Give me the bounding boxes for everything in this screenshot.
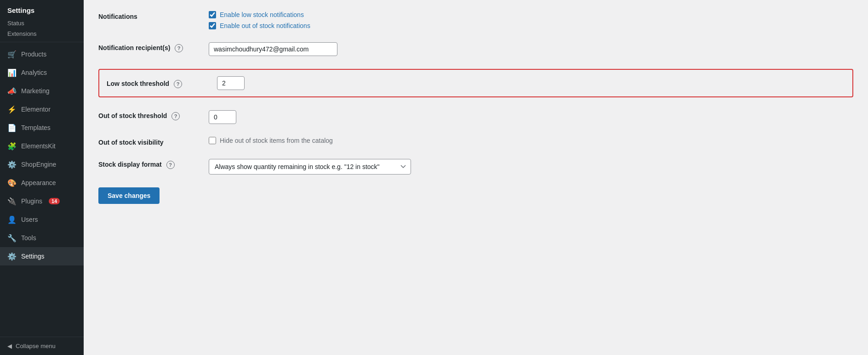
sidebar-item-templates[interactable]: 📄 Templates <box>0 118 84 137</box>
sidebar-item-elementskit[interactable]: 🧩 ElementsKit <box>0 137 84 155</box>
out-of-stock-threshold-row: Out of stock threshold ? <box>98 110 853 124</box>
plugins-icon: 🔌 <box>7 197 17 206</box>
low-stock-threshold-help-icon[interactable]: ? <box>174 80 182 88</box>
marketing-icon: 📣 <box>7 86 17 96</box>
elementor-icon: ⚡ <box>7 105 17 114</box>
low-stock-threshold-input[interactable] <box>217 76 245 90</box>
hide-out-of-stock-label: Hide out of stock items from the catalog <box>220 137 333 144</box>
sidebar-item-shopengine[interactable]: ⚙️ ShopEngine <box>0 155 84 174</box>
sidebar-item-analytics[interactable]: 📊 Analytics <box>0 63 84 82</box>
sidebar-item-settings[interactable]: ⚙️ Settings <box>0 247 84 265</box>
shopengine-icon: ⚙️ <box>7 160 17 169</box>
notification-recipient-help-icon[interactable]: ? <box>175 44 183 52</box>
collapse-icon: ◀ <box>7 343 12 349</box>
notification-recipient-input[interactable] <box>209 42 337 56</box>
sidebar-extensions[interactable]: Extensions <box>0 28 84 39</box>
elementskit-icon: 🧩 <box>7 141 17 151</box>
enable-low-stock-checkbox[interactable] <box>209 11 216 18</box>
out-of-stock-threshold-label: Out of stock threshold ? <box>98 110 209 120</box>
notifications-row: Notifications Enable low stock notificat… <box>98 11 853 29</box>
stock-display-format-help-icon[interactable]: ? <box>166 161 175 169</box>
low-stock-threshold-label: Low stock threshold ? <box>107 78 217 88</box>
sidebar-item-users[interactable]: 👤 Users <box>0 210 84 229</box>
appearance-icon: 🎨 <box>7 178 17 187</box>
notification-recipient-label: Notification recipient(s) ? <box>98 42 209 52</box>
notification-recipient-row: Notification recipient(s) ? <box>98 42 853 56</box>
products-icon: 🛒 <box>7 50 17 59</box>
sidebar: Settings Status Extensions 🛒 Products 📊 … <box>0 0 84 355</box>
plugins-badge: 14 <box>49 198 60 204</box>
notifications-label: Notifications <box>98 11 209 20</box>
sidebar-status[interactable]: Status <box>0 18 84 28</box>
users-icon: 👤 <box>7 215 17 224</box>
stock-display-format-label: Stock display format ? <box>98 159 209 169</box>
main-content: Notifications Enable low stock notificat… <box>84 0 868 355</box>
sidebar-item-tools[interactable]: 🔧 Tools <box>0 229 84 247</box>
sidebar-item-elementor[interactable]: ⚡ Elementor <box>0 100 84 118</box>
sidebar-item-products[interactable]: 🛒 Products <box>0 45 84 63</box>
stock-display-format-select[interactable]: Always show quantity remaining in stock … <box>209 159 411 175</box>
stock-display-format-row: Stock display format ? Always show quant… <box>98 159 853 175</box>
out-of-stock-visibility-label: Out of stock visibility <box>98 137 209 146</box>
out-of-stock-threshold-controls <box>209 110 236 124</box>
collapse-menu-button[interactable]: ◀ Collapse menu <box>0 337 84 355</box>
sidebar-title: Settings <box>0 0 84 18</box>
notification-recipient-controls <box>209 42 337 56</box>
out-of-stock-visibility-row: Out of stock visibility Hide out of stoc… <box>98 137 853 146</box>
enable-low-stock-label: Enable low stock notifications <box>220 11 304 18</box>
sidebar-item-marketing[interactable]: 📣 Marketing <box>0 82 84 100</box>
out-of-stock-visibility-controls: Hide out of stock items from the catalog <box>209 137 333 144</box>
templates-icon: 📄 <box>7 123 17 132</box>
enable-out-of-stock-checkbox[interactable] <box>209 22 216 29</box>
save-section: Save changes <box>98 187 853 204</box>
analytics-icon: 📊 <box>7 68 17 77</box>
enable-low-stock-checkbox-label[interactable]: Enable low stock notifications <box>209 11 310 18</box>
low-stock-threshold-row: Low stock threshold ? <box>98 69 853 97</box>
enable-out-of-stock-checkbox-label[interactable]: Enable out of stock notifications <box>209 22 310 29</box>
settings-icon: ⚙️ <box>7 252 17 261</box>
notifications-controls: Enable low stock notifications Enable ou… <box>209 11 310 29</box>
enable-out-of-stock-label: Enable out of stock notifications <box>220 22 310 29</box>
hide-out-of-stock-checkbox-label[interactable]: Hide out of stock items from the catalog <box>209 137 333 144</box>
out-of-stock-threshold-help-icon[interactable]: ? <box>171 112 180 120</box>
sidebar-item-appearance[interactable]: 🎨 Appearance <box>0 174 84 192</box>
tools-icon: 🔧 <box>7 233 17 242</box>
out-of-stock-threshold-input[interactable] <box>209 110 236 124</box>
stock-display-format-controls: Always show quantity remaining in stock … <box>209 159 411 175</box>
sidebar-item-plugins[interactable]: 🔌 Plugins 14 <box>0 192 84 210</box>
save-changes-button[interactable]: Save changes <box>98 187 160 204</box>
hide-out-of-stock-checkbox[interactable] <box>209 137 216 144</box>
